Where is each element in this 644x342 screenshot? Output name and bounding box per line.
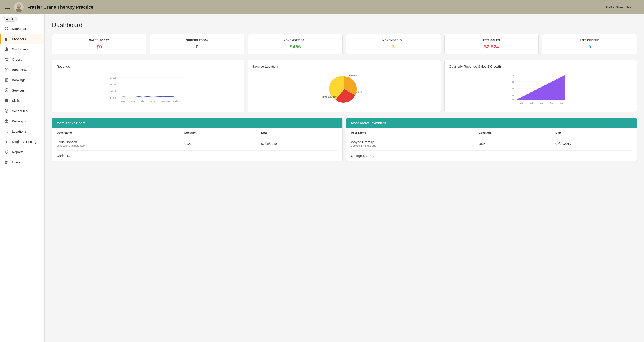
svg-rect-26 xyxy=(7,131,8,132)
provider-date: 07/08/2019 xyxy=(556,140,632,147)
services-label: Services xyxy=(12,88,25,92)
provider-name-cell: George Garth... xyxy=(351,154,479,158)
quarterly-chart-title: Quarterly Revenue Sales $ Growth xyxy=(449,64,632,68)
sidebar-item-dashboard[interactable]: Dashboard xyxy=(0,23,44,34)
skills-label: Skills xyxy=(12,99,20,102)
svg-rect-15 xyxy=(5,79,8,82)
admin-badge: Admin xyxy=(4,17,17,22)
nov-orders-label: NOVEMBER O... xyxy=(350,39,437,42)
dashboard-label: Dashboard xyxy=(12,27,28,31)
tables-row: Most Active Users User Name Location Dat… xyxy=(52,118,637,161)
provider-name: Wayne Gretzky xyxy=(351,140,479,144)
svg-text:0.6: 0.6 xyxy=(512,88,514,90)
svg-text:0.2: 0.2 xyxy=(512,99,514,101)
clipboard-icon xyxy=(4,77,9,82)
svg-rect-19 xyxy=(5,100,8,101)
main-content: Dashboard SALES TODAY $0 ORDERS TODAY 0 … xyxy=(45,14,644,342)
svg-text:Virtual: Virtual xyxy=(356,91,362,94)
stat-card-sales-today: SALES TODAY $0 xyxy=(52,34,146,54)
svg-text:July: July xyxy=(140,100,144,102)
sidebar-item-services[interactable]: Services xyxy=(0,85,44,95)
svg-text:0.4: 0.4 xyxy=(530,102,533,104)
user-sub: Logged in 1 minute ago xyxy=(56,144,184,147)
stat-card-orders-today: ORDERS TODAY 0 xyxy=(150,34,245,54)
sidebar-item-regional-pricing[interactable]: $ Regional Pricing xyxy=(0,136,44,147)
provider-location xyxy=(479,154,556,158)
svg-text:0.4: 0.4 xyxy=(512,94,514,96)
list-icon xyxy=(4,98,9,103)
schedules-label: Schedules xyxy=(12,109,28,113)
svg-text:1e-13k: 1e-13k xyxy=(110,90,116,92)
orders-label: Orders xyxy=(12,58,22,61)
cart-icon xyxy=(4,57,9,62)
sidebar-item-customers[interactable]: Customers xyxy=(0,44,44,54)
sidebar-item-users[interactable]: Users xyxy=(0,157,44,167)
svg-rect-4 xyxy=(5,27,6,28)
sidebar-item-reports[interactable]: Reports xyxy=(0,147,44,157)
svg-text:0.8: 0.8 xyxy=(512,81,514,83)
building-icon xyxy=(4,129,9,134)
sidebar-item-packages[interactable]: Packages xyxy=(0,116,44,126)
users-icon xyxy=(4,160,9,165)
app-header: Frasier Crane Therapy Practice Hello, Gu… xyxy=(0,0,644,14)
svg-rect-10 xyxy=(8,37,8,41)
sidebar-item-providers[interactable]: Providers xyxy=(0,34,44,44)
quarterly-chart: 1.0 0.8 0.6 0.4 0.2 0.2 xyxy=(449,72,632,108)
clock-icon xyxy=(4,67,9,72)
sidebar-item-locations[interactable]: Locations xyxy=(0,126,44,136)
svg-text:5e-14k: 5e-14k xyxy=(110,97,116,99)
most-active-providers-header: Most Active Providers xyxy=(346,118,636,128)
users-label: Users xyxy=(12,160,20,164)
svg-text:$: $ xyxy=(5,140,8,143)
service-location-chart: Remote Virtual Bloor and Bay xyxy=(253,72,436,108)
most-active-providers-card: Most Active Providers User Name Location… xyxy=(346,118,637,161)
quarterly-svg: 1.0 0.8 0.6 0.4 0.2 0.2 xyxy=(449,72,632,105)
user-name: Louis Hansen xyxy=(56,140,184,144)
sidebar: Admin Dashboard Providers Customers xyxy=(0,14,45,342)
svg-point-22 xyxy=(6,110,8,111)
svg-text:0.8: 0.8 xyxy=(550,102,553,104)
svg-rect-7 xyxy=(7,29,8,30)
sidebar-item-skills[interactable]: Skills xyxy=(0,95,44,106)
most-active-users-header: Most Active Users xyxy=(52,118,342,128)
svg-rect-5 xyxy=(7,27,8,28)
service-location-card: Service Location Remote Virtual Bloor an xyxy=(248,60,440,112)
hamburger-menu-icon[interactable] xyxy=(5,5,10,9)
svg-rect-9 xyxy=(6,38,7,41)
header-left: Frasier Crane Therapy Practice xyxy=(5,2,94,12)
most-active-users-card: Most Active Users User Name Location Dat… xyxy=(52,118,342,161)
sales-today-value: $0 xyxy=(56,44,143,50)
providers-col-date: Date xyxy=(556,131,632,134)
bookings-label: Bookings xyxy=(12,78,26,82)
providers-col-location: Location xyxy=(479,131,556,134)
sidebar-item-book-now[interactable]: Book Now xyxy=(0,64,44,75)
layout: Admin Dashboard Providers Customers xyxy=(0,14,644,342)
regional-pricing-label: Regional Pricing xyxy=(12,140,36,144)
provider-name-cell: Wayne Gretzky Booked 1 minute ago xyxy=(351,140,479,147)
logout-icon[interactable]: ⬚ xyxy=(634,4,639,10)
user-location: USA xyxy=(184,140,261,147)
2020-sales-value: $2,624 xyxy=(448,44,535,50)
svg-text:September: September xyxy=(160,100,170,102)
person-icon xyxy=(4,47,9,52)
svg-point-11 xyxy=(6,47,8,49)
stat-card-nov-orders: NOVEMBER O... 3 xyxy=(346,34,441,54)
sidebar-item-schedules[interactable]: Schedules xyxy=(0,106,44,116)
grid-icon xyxy=(4,26,9,31)
sidebar-item-bookings[interactable]: Bookings xyxy=(0,75,44,85)
nov-sales-label: NOVEMBER SA... xyxy=(252,39,339,42)
svg-text:1.0: 1.0 xyxy=(512,74,514,76)
user-location xyxy=(184,154,261,158)
nov-orders-value: 3 xyxy=(350,44,437,50)
chart-bar-icon xyxy=(4,36,9,41)
sales-today-label: SALES TODAY xyxy=(56,39,143,42)
svg-rect-18 xyxy=(5,99,8,100)
diamond-icon xyxy=(4,149,9,154)
user-name-cell: Carla H... xyxy=(56,154,184,158)
revenue-chart-title: Revenue xyxy=(56,64,240,68)
table-row: George Garth... xyxy=(351,151,632,161)
sidebar-item-orders[interactable]: Orders xyxy=(0,54,44,64)
charts-row: Revenue 2e-13k 5e-13k 1e-13k 5e-14k xyxy=(52,60,637,112)
users-col-headers: User Name Location Date xyxy=(56,128,338,137)
pie-svg: Remote Virtual Bloor and Bay xyxy=(318,72,371,107)
